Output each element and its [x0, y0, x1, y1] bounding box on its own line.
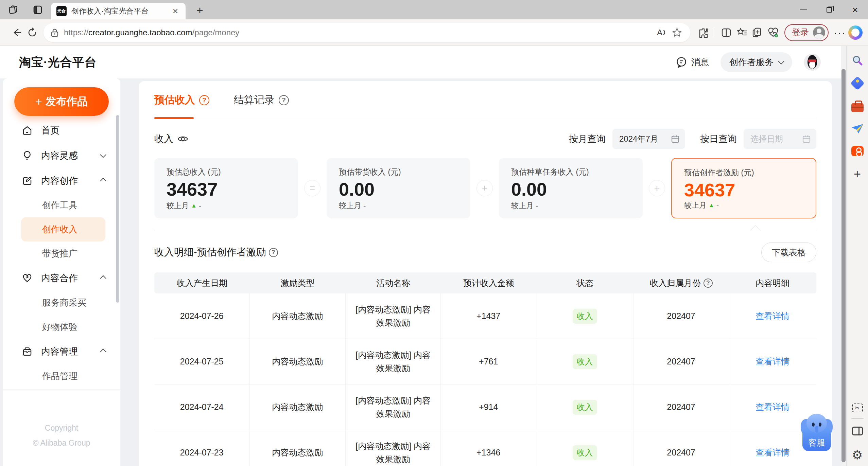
- card-compare: 较上月-: [339, 201, 458, 211]
- nav-label: 创作工具: [42, 199, 77, 211]
- nav-item-product-trial[interactable]: 好物体验: [3, 315, 120, 339]
- help-icon[interactable]: ?: [704, 279, 713, 288]
- nav-scrollbar-thumb[interactable]: [116, 115, 119, 303]
- download-table-button[interactable]: 下载表格: [761, 243, 816, 262]
- sidebar-panel-icon[interactable]: [850, 424, 865, 438]
- sidebar-shopping-icon[interactable]: [850, 76, 865, 91]
- customer-service-button[interactable]: 客服: [801, 410, 832, 451]
- income-section-title: 收入: [154, 132, 188, 145]
- favorites-list-icon[interactable]: [734, 25, 750, 40]
- nav-item-service-purchase[interactable]: 服务商采买: [3, 291, 120, 315]
- help-icon[interactable]: ?: [279, 95, 289, 105]
- view-details-link[interactable]: 查看详情: [756, 310, 789, 322]
- cell-amount: +914: [441, 384, 536, 430]
- edge-sidebar: + ✂ ⚙: [846, 46, 868, 466]
- card-total-income[interactable]: 预估总收入 (元) 34637 较上月▲-: [154, 158, 298, 218]
- tab-close-icon[interactable]: ×: [171, 6, 180, 17]
- nav-item-creation-tools[interactable]: 创作工具: [3, 193, 120, 217]
- cell-amount: +1437: [441, 293, 536, 339]
- creator-service-dropdown[interactable]: 创作者服务: [721, 52, 792, 72]
- screenshot-icon[interactable]: ✂: [850, 400, 865, 415]
- browser-tab[interactable]: 光合 创作收入·淘宝光合平台 ×: [51, 3, 186, 19]
- message-icon: [676, 56, 687, 68]
- table-row: 2024-07-23 内容动态激励 [内容动态激励] 内容效果激励 +1346 …: [154, 430, 816, 466]
- back-button[interactable]: [9, 25, 24, 40]
- address-bar[interactable]: https://creator.guanghe.taobao.com/page/…: [44, 23, 690, 42]
- site-logo[interactable]: 淘宝·光合平台: [19, 54, 97, 70]
- sidebar-search-icon[interactable]: [850, 53, 865, 68]
- read-aloud-icon[interactable]: A: [654, 25, 669, 40]
- cell-type: 内容动态激励: [250, 293, 346, 339]
- sidebar-add-icon[interactable]: +: [850, 167, 865, 182]
- nav-item-promotion[interactable]: 带货推广: [3, 241, 120, 266]
- workspaces-icon[interactable]: [7, 3, 20, 16]
- publish-button[interactable]: + 发布作品: [14, 87, 109, 116]
- view-details-link[interactable]: 查看详情: [756, 401, 789, 413]
- collections-icon[interactable]: [750, 25, 765, 40]
- main-content: 预估收入 ? 结算记录 ? 收入 按月查询 2024年7月 按日查询 选择日期 …: [139, 81, 832, 466]
- card-label: 预估创作者激励 (元): [684, 167, 803, 178]
- nav-item-management[interactable]: 内容管理: [3, 339, 120, 364]
- nav-item-home[interactable]: 首页: [3, 118, 120, 143]
- nav-label: 首页: [41, 124, 105, 137]
- column-header: 收入归属月份?: [633, 272, 729, 293]
- more-menu-icon[interactable]: ···: [832, 25, 848, 40]
- messages-label: 消息: [691, 56, 709, 68]
- view-details-link[interactable]: 查看详情: [756, 356, 789, 367]
- sidebar-kuaishou-icon[interactable]: [850, 144, 865, 159]
- left-nav: + 发布作品 首页 内容灵感 内容创作 创作工具 创作收入 带货推广 内容合作 …: [3, 78, 120, 466]
- date-picker[interactable]: 选择日期: [744, 129, 816, 149]
- tab-label: 预估收入: [154, 93, 195, 107]
- page-scrollbar-thumb[interactable]: [841, 69, 846, 462]
- eye-icon[interactable]: [177, 135, 188, 143]
- card-value: 34637: [684, 179, 803, 200]
- cell-activity: [内容动态激励] 内容效果激励: [346, 293, 441, 339]
- chevron-down-icon: [778, 58, 784, 64]
- window-restore-button[interactable]: [816, 0, 842, 19]
- split-screen-icon[interactable]: [718, 25, 734, 40]
- nav-item-cooperation[interactable]: 内容合作: [3, 266, 120, 291]
- window-close-button[interactable]: ×: [842, 0, 868, 19]
- archive-box-icon: [22, 346, 33, 357]
- nav-item-inspiration[interactable]: 内容灵感: [3, 143, 120, 168]
- page-scrollbar[interactable]: [841, 46, 846, 466]
- status-badge: 收入: [573, 445, 597, 460]
- new-tab-button[interactable]: +: [192, 3, 208, 18]
- help-icon[interactable]: ?: [269, 248, 278, 257]
- copilot-icon[interactable]: [848, 25, 863, 40]
- cell-date: 2024-07-24: [154, 384, 250, 430]
- tab-settlement-record[interactable]: 结算记录 ?: [234, 81, 289, 119]
- cell-status: 收入: [536, 293, 633, 339]
- nav-item-creation[interactable]: 内容创作: [3, 168, 120, 193]
- calendar-icon: [671, 135, 680, 143]
- refresh-button[interactable]: [24, 25, 40, 40]
- sidebar-drop-icon[interactable]: [850, 121, 865, 136]
- card-creator-incentive[interactable]: 预估创作者激励 (元) 34637 较上月▲-: [671, 158, 816, 218]
- avatar[interactable]: [804, 54, 821, 71]
- nav-label: 服务商采买: [42, 297, 86, 309]
- favorite-star-icon[interactable]: [669, 25, 685, 40]
- nav-item-creation-income[interactable]: 创作收入: [21, 217, 105, 241]
- browser-essentials-icon[interactable]: [765, 25, 781, 40]
- login-button[interactable]: 登录: [784, 24, 829, 41]
- help-icon[interactable]: ?: [199, 95, 209, 105]
- card-compare: 较上月-: [511, 201, 630, 211]
- tab-estimated-income[interactable]: 预估收入 ?: [154, 81, 209, 119]
- cell-amount: +761: [441, 339, 536, 384]
- extensions-icon[interactable]: [696, 25, 711, 40]
- card-seeding-task-income[interactable]: 预估种草任务收入 (元) 0.00 较上月-: [499, 158, 643, 218]
- messages-button[interactable]: 消息: [676, 56, 709, 68]
- nav-item-works-management[interactable]: 作品管理: [3, 364, 120, 388]
- window-minimize-button[interactable]: [791, 0, 816, 19]
- card-label: 预估总收入 (元): [167, 167, 286, 177]
- settings-gear-icon[interactable]: ⚙: [850, 447, 865, 462]
- cell-status: 收入: [536, 430, 633, 466]
- svg-text:A: A: [657, 28, 662, 37]
- nav-label: 内容灵感: [41, 149, 101, 162]
- sidebar-tools-icon[interactable]: [850, 99, 865, 114]
- summary-cards: 预估总收入 (元) 34637 较上月▲- = 预估带货收入 (元) 0.00 …: [154, 158, 816, 218]
- card-sales-income[interactable]: 预估带货收入 (元) 0.00 较上月-: [327, 158, 470, 218]
- month-picker[interactable]: 2024年7月: [612, 129, 685, 149]
- tab-actions-icon[interactable]: [31, 3, 44, 16]
- view-details-link[interactable]: 查看详情: [756, 447, 789, 458]
